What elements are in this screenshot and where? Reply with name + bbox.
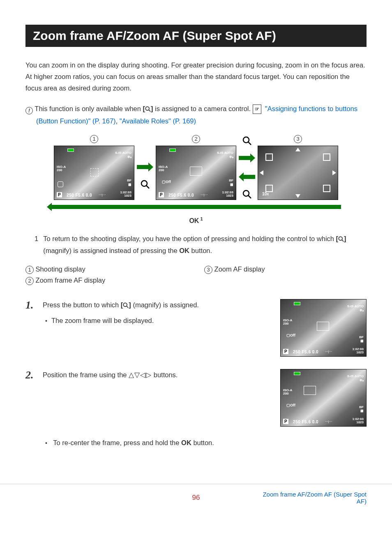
magnify-icon <box>145 104 151 115</box>
link-available-roles[interactable]: "Available Roles" (P. 169) <box>120 117 196 125</box>
magnify-icon <box>123 300 129 311</box>
svg-rect-8 <box>239 156 250 160</box>
svg-point-14 <box>339 237 342 240</box>
note-mid: is assigned to a camera control. <box>153 105 253 112</box>
svg-rect-10 <box>244 175 255 179</box>
footnote-c: button. <box>189 247 212 254</box>
svg-line-5 <box>146 186 149 188</box>
shooting-display-shot: S-IS AUTO✲₃ ISO-A200 BF▦ P 250 F5.6 0.0 … <box>54 146 134 200</box>
svg-point-12 <box>243 190 249 196</box>
step-2: 2. Position the frame using the △▽◁▷ but… <box>25 369 367 427</box>
step-1-a: Press the button to which <box>43 301 121 309</box>
magnify-icon <box>141 180 150 189</box>
zoom-frame-display-shot: S-IS AUTO✲₃ ISO-A200 ▢Off BF▦ P 250 F5.6… <box>156 146 236 200</box>
callout-2: Zoom frame AF display <box>36 276 106 284</box>
page-title: Zoom frame AF/Zoom AF (Super Spot AF) <box>25 25 367 47</box>
svg-marker-9 <box>250 153 255 162</box>
zoom-af-display-shot: 10x <box>258 146 338 200</box>
step-2-a: Position the frame using the <box>43 371 129 378</box>
footnote-ok: OK <box>179 247 189 254</box>
intro-paragraph: You can zoom in on the display during sh… <box>25 59 367 94</box>
svg-line-17 <box>127 306 129 308</box>
arrow-right-1 <box>137 161 153 173</box>
diagram-label-1: 1 <box>90 135 98 143</box>
step-1-num: 1. <box>25 299 37 311</box>
svg-point-6 <box>243 137 249 143</box>
step-2-num: 2. <box>25 369 37 381</box>
note-sep: , <box>116 117 120 125</box>
title-text: Zoom frame AF/Zoom AF (Super Spot AF) <box>33 29 359 43</box>
magnify-icon <box>242 136 251 145</box>
svg-point-16 <box>124 303 127 306</box>
svg-point-0 <box>145 107 149 110</box>
svg-line-13 <box>248 195 251 198</box>
diagram-label-3: 3 <box>294 135 302 143</box>
return-arrow <box>51 205 341 209</box>
step-2-screenshot: S-IS AUTO✲₃ ISO-A200 ▢Off BF▦ P 250 F5.6… <box>280 369 367 427</box>
svg-marker-11 <box>239 172 244 181</box>
svg-point-4 <box>141 181 147 186</box>
breadcrumb[interactable]: Zoom frame AF/Zoom AF (Super Spot AF) <box>253 491 367 505</box>
footnote-num: 1 <box>35 233 38 256</box>
zoom-diagram: 1 S-IS AUTO✲₃ ISO-A200 BF▦ P 250 F5.6 0.… <box>25 135 367 225</box>
svg-marker-3 <box>148 162 153 172</box>
step-1: 1. Press the button to which [] (magnify… <box>25 299 367 357</box>
step-1-b: (magnify) is assigned. <box>131 301 199 309</box>
callout-3: Zoom AF display <box>214 265 265 273</box>
step-2-b: buttons. <box>152 371 178 378</box>
dpad-icon: △▽◁▷ <box>129 371 152 378</box>
svg-rect-2 <box>137 165 148 169</box>
arrow-left <box>239 171 255 183</box>
callout-legend: 1 Shooting display 2 Zoom frame AF displ… <box>25 265 367 288</box>
diagram-label-2: 2 <box>192 135 200 143</box>
note-prefix: This function is only available when <box>35 105 143 112</box>
svg-line-7 <box>248 142 251 145</box>
step-1-screenshot: S-IS AUTO✲₃ ISO-A200 ▢Off BF▦ P 250 F5.6… <box>280 299 367 357</box>
footnote-b: (magnify) is assigned instead of pressin… <box>43 247 179 254</box>
page-number: 96 <box>139 494 253 502</box>
diagram-footnote: 1 To return to the shooting display, you… <box>35 233 367 256</box>
svg-line-15 <box>342 240 344 241</box>
step-1-bullet: The zoom frame will be displayed. <box>43 315 271 326</box>
reference-icon: ☞ <box>253 104 261 114</box>
svg-line-1 <box>149 110 150 111</box>
caution-icon: ! <box>25 107 33 114</box>
arrow-right-2 <box>239 152 255 164</box>
magnify-icon <box>338 234 344 245</box>
footnote-a: To return to the shooting display, you h… <box>43 235 336 242</box>
ok-label: OK 1 <box>25 216 367 225</box>
magnify-icon <box>242 190 251 199</box>
step-2-bullet: To re-center the frame, press and hold t… <box>43 439 367 447</box>
caution-note: ! This function is only available when [… <box>25 103 367 127</box>
page-footer: 96 Zoom frame AF/Zoom AF (Super Spot AF) <box>0 484 392 517</box>
callout-1: Shooting display <box>36 265 85 273</box>
